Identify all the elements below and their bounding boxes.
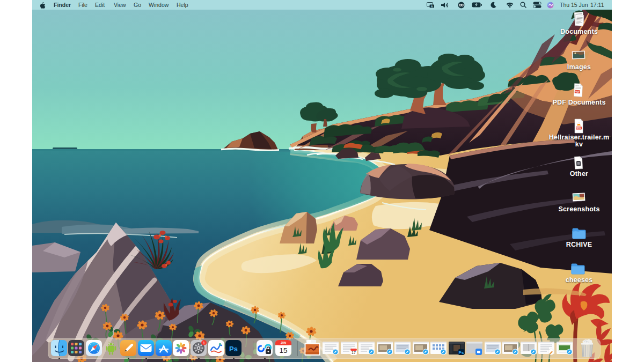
svg-text:Ps: Ps: [229, 345, 238, 353]
svg-text:Ps: Ps: [458, 350, 464, 355]
svg-text:JUN: JUN: [281, 341, 286, 344]
svg-text:PDF: PDF: [575, 90, 580, 93]
svg-text:17: 17: [352, 351, 356, 354]
svg-text:MKV: MKV: [576, 127, 581, 129]
svg-text:15: 15: [279, 346, 287, 354]
svg-text:1: 1: [203, 341, 206, 345]
svg-text:A: A: [431, 4, 433, 8]
